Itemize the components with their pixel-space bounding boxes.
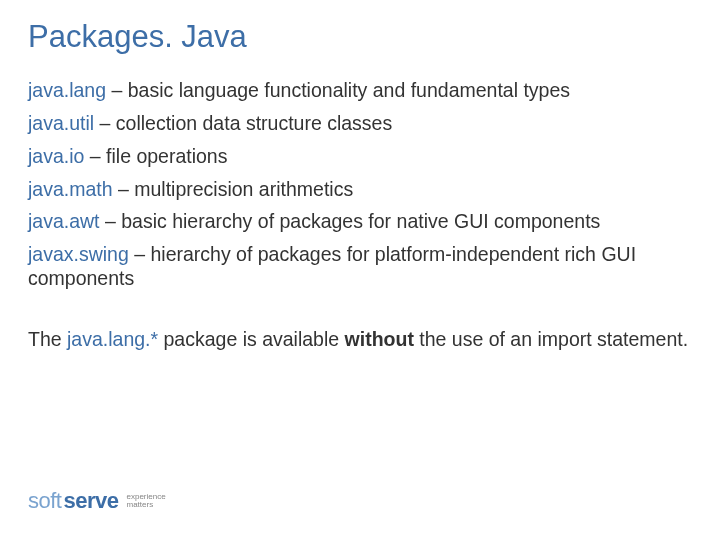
- package-name: java.lang: [28, 79, 106, 101]
- package-desc: – multiprecision arithmetics: [113, 178, 354, 200]
- note-bold: without: [345, 328, 414, 350]
- package-name: java.math: [28, 178, 113, 200]
- softserve-logo: softserve experience matters: [28, 488, 166, 514]
- package-name: javax.swing: [28, 243, 129, 265]
- logo-soft: soft: [28, 488, 61, 514]
- note-package: java.lang.*: [67, 328, 158, 350]
- spacer: [28, 300, 692, 328]
- note-pre: The: [28, 328, 67, 350]
- package-desc: – basic language functionality and funda…: [106, 79, 570, 101]
- logo-tagline: experience matters: [126, 493, 165, 509]
- package-entry: javax.swing – hierarchy of packages for …: [28, 243, 692, 291]
- logo-serve: serve: [63, 488, 118, 514]
- package-entry: java.lang – basic language functionality…: [28, 79, 692, 103]
- package-desc: – file operations: [84, 145, 227, 167]
- slide: Packages. Java java.lang – basic languag…: [0, 0, 720, 540]
- package-entry: java.math – multiprecision arithmetics: [28, 178, 692, 202]
- package-desc: – basic hierarchy of packages for native…: [100, 210, 601, 232]
- package-name: java.util: [28, 112, 94, 134]
- package-entry: java.util – collection data structure cl…: [28, 112, 692, 136]
- note-line: The java.lang.* package is available wit…: [28, 328, 692, 352]
- package-name: java.io: [28, 145, 84, 167]
- package-entry: java.awt – basic hierarchy of packages f…: [28, 210, 692, 234]
- note-post: the use of an import statement.: [414, 328, 688, 350]
- package-desc: – collection data structure classes: [94, 112, 392, 134]
- logo-tag-line2: matters: [126, 501, 165, 509]
- note-mid: package is available: [158, 328, 344, 350]
- package-name: java.awt: [28, 210, 100, 232]
- slide-title: Packages. Java: [28, 18, 692, 55]
- slide-body: java.lang – basic language functionality…: [28, 79, 692, 351]
- package-entry: java.io – file operations: [28, 145, 692, 169]
